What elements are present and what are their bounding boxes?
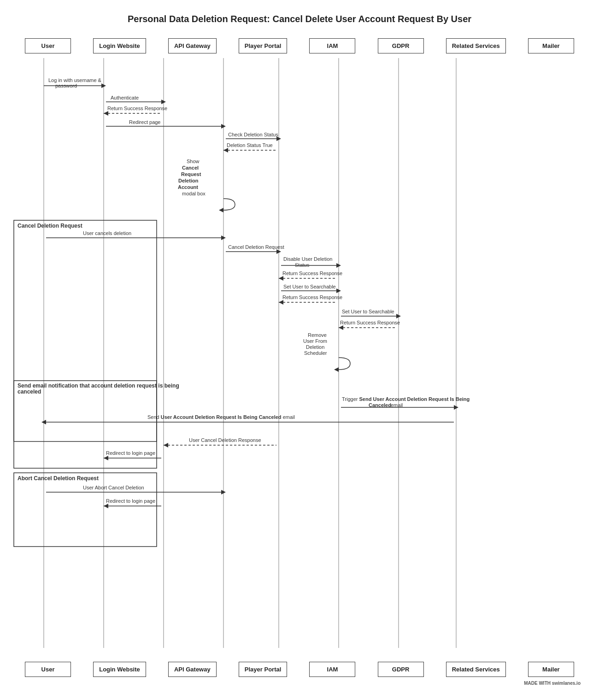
credit-brand: swimlanes.io — [552, 681, 581, 686]
svg-text:Cancel: Cancel — [182, 165, 199, 171]
lane-header-user: User — [25, 38, 71, 53]
svg-marker-25 — [223, 148, 228, 153]
lane-header-user: User — [25, 662, 71, 677]
svg-text:User cancels deletion: User cancels deletion — [83, 230, 131, 236]
svg-text:Return Success Response: Return Success Response — [282, 294, 342, 300]
lane-header-api-gateway: API Gateway — [168, 662, 217, 677]
svg-text:User From: User From — [303, 338, 327, 344]
svg-text:User Abort Cancel Deletion: User Abort Cancel Deletion — [83, 485, 144, 490]
svg-text:Remove: Remove — [308, 332, 327, 338]
svg-text:Status: Status — [295, 262, 310, 268]
svg-marker-53 — [279, 300, 283, 305]
svg-marker-16 — [104, 111, 108, 116]
svg-text:Return Success Response: Return Success Response — [282, 271, 342, 276]
svg-text:password: password — [55, 83, 77, 88]
diagram-body: Log in with username & password Authenti… — [5, 58, 594, 657]
lane-header-mailer: Mailer — [528, 662, 574, 677]
svg-text:Send User Account Deletion Req: Send User Account Deletion Request Is Be… — [147, 414, 295, 420]
svg-text:modal box: modal box — [182, 191, 206, 196]
svg-text:Redirect to login page: Redirect to login page — [106, 498, 155, 504]
diagram-container: Personal Data Deletion Request: Cancel D… — [0, 0, 599, 700]
lane-header-api-gateway: API Gateway — [168, 38, 217, 53]
svg-text:Account: Account — [178, 184, 198, 190]
lane-header-gdpr: GDPR — [378, 38, 424, 53]
svg-rect-83 — [14, 473, 157, 547]
lane-header-related-services: Related Services — [446, 38, 506, 53]
lane-header-mailer: Mailer — [528, 38, 574, 53]
lane-header-iam: IAM — [309, 38, 355, 53]
credit-prefix: MADE WITH — [524, 681, 551, 686]
bottom-headers: UserLogin WebsiteAPI GatewayPlayer Porta… — [5, 662, 594, 677]
svg-text:email: email — [391, 402, 403, 408]
svg-text:Cancel Deletion Request: Cancel Deletion Request — [228, 244, 284, 250]
svg-text:Trigger Send User Account Dele: Trigger Send User Account Deletion Reque… — [342, 396, 470, 402]
svg-text:Check Deletion Status: Check Deletion Status — [228, 132, 278, 137]
page-title: Personal Data Deletion Request: Cancel D… — [5, 9, 594, 24]
svg-text:Deletion: Deletion — [178, 178, 199, 183]
svg-text:Authenticate: Authenticate — [111, 95, 139, 100]
svg-text:Scheduler: Scheduler — [304, 350, 327, 356]
lane-header-login-website: Login Website — [93, 38, 146, 53]
lane-header-related-services: Related Services — [446, 662, 506, 677]
svg-text:Deletion: Deletion — [306, 344, 324, 350]
svg-marker-59 — [339, 325, 343, 330]
lane-header-gdpr: GDPR — [378, 662, 424, 677]
lane-header-login-website: Login Website — [93, 662, 146, 677]
svg-text:Show: Show — [187, 159, 200, 164]
svg-marker-65 — [334, 367, 339, 372]
svg-text:User Cancel Deletion Response: User Cancel Deletion Response — [189, 437, 261, 443]
lane-header-player-portal: Player Portal — [239, 662, 288, 677]
svg-text:Abort Cancel Deletion Request: Abort Cancel Deletion Request — [18, 475, 99, 482]
credit: MADE WITH swimlanes.io — [5, 677, 594, 686]
lane-header-player-portal: Player Portal — [239, 38, 288, 53]
lane-header-iam: IAM — [309, 662, 355, 677]
svg-marker-33 — [219, 208, 223, 212]
svg-text:Return Success Response: Return Success Response — [340, 320, 400, 325]
svg-text:Cancel Deletion Request: Cancel Deletion Request — [18, 223, 82, 229]
svg-text:Send email notification that a: Send email notification that account del… — [18, 382, 179, 389]
svg-marker-89 — [104, 504, 108, 508]
svg-text:canceled: canceled — [18, 388, 41, 395]
top-headers: UserLogin WebsiteAPI GatewayPlayer Porta… — [5, 38, 594, 53]
svg-text:Deletion Status True: Deletion Status True — [227, 142, 273, 148]
svg-marker-81 — [104, 456, 108, 460]
svg-text:Redirect page: Redirect page — [129, 119, 161, 125]
svg-text:Redirect to login page: Redirect to login page — [106, 450, 155, 456]
svg-text:Canceled: Canceled — [369, 402, 391, 408]
svg-text:Set User to Searchable: Set User to Searchable — [342, 309, 394, 314]
svg-marker-47 — [279, 276, 283, 281]
svg-rect-34 — [14, 220, 157, 441]
svg-marker-78 — [164, 443, 168, 447]
svg-text:Log in with username &: Log in with username & — [48, 77, 102, 83]
svg-text:Request: Request — [181, 171, 201, 177]
svg-text:Set User to Searchable: Set User to Searchable — [283, 284, 336, 289]
svg-text:Disable User Deletion: Disable User Deletion — [283, 256, 332, 262]
svg-text:Return Success Response: Return Success Response — [107, 106, 167, 111]
